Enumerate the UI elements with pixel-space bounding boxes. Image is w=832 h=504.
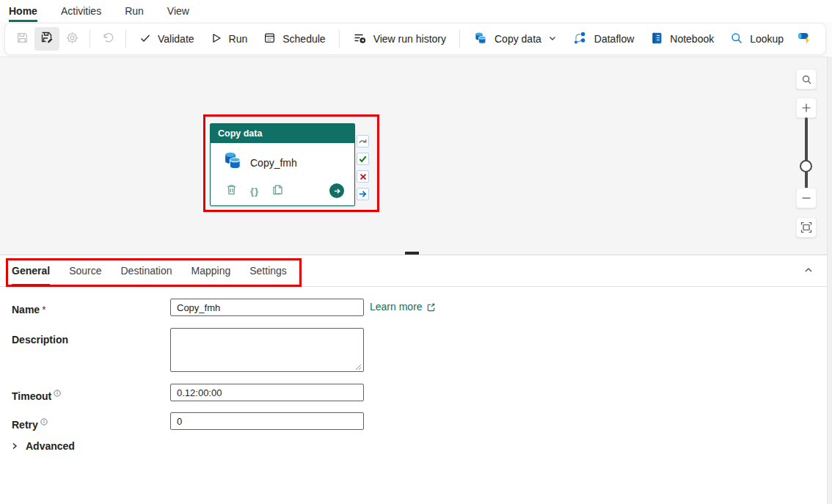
chevron-up-icon bbox=[803, 265, 814, 275]
canvas-search-button[interactable] bbox=[796, 69, 817, 90]
menu-tab-run[interactable]: Run bbox=[125, 0, 144, 22]
chevron-down-icon bbox=[548, 33, 557, 45]
name-label: Name* bbox=[12, 304, 46, 315]
checkmark-icon bbox=[139, 32, 151, 46]
schedule-button[interactable]: Schedule bbox=[255, 27, 333, 51]
save-edit-icon bbox=[40, 31, 54, 47]
completion-arrow-icon bbox=[358, 189, 368, 199]
name-label-text: Name bbox=[12, 304, 40, 315]
chevron-right-icon bbox=[10, 442, 19, 450]
lookup-icon bbox=[730, 32, 743, 47]
description-label: Description bbox=[12, 334, 68, 346]
learn-more-label: Learn more bbox=[370, 301, 423, 313]
calendar-icon bbox=[263, 32, 276, 46]
activity-card-actions: {} bbox=[225, 183, 344, 199]
copy-data-activity-card[interactable]: Copy data Copy_fmh {} bbox=[210, 123, 355, 206]
code-braces-icon[interactable]: {} bbox=[250, 186, 259, 197]
pipeline-canvas[interactable]: Copy data Copy_fmh {} bbox=[0, 56, 832, 255]
skip-arrow-icon bbox=[358, 136, 368, 146]
delete-activity-icon[interactable] bbox=[225, 183, 238, 199]
required-asterisk: * bbox=[42, 304, 45, 315]
menu-tab-home[interactable]: Home bbox=[9, 0, 37, 22]
save-button[interactable] bbox=[10, 27, 34, 51]
notebook-icon bbox=[650, 32, 663, 47]
description-input[interactable] bbox=[170, 328, 364, 372]
save-icon bbox=[16, 32, 29, 47]
info-icon bbox=[40, 416, 48, 428]
toolbar-separator bbox=[125, 30, 126, 48]
external-link-icon bbox=[426, 302, 436, 312]
settings-button[interactable] bbox=[59, 27, 84, 51]
undo-button[interactable] bbox=[95, 27, 120, 51]
properties-panel: General Source Destination Mapping Setti… bbox=[0, 255, 827, 504]
properties-tabs: General Source Destination Mapping Setti… bbox=[0, 255, 827, 287]
play-icon bbox=[211, 32, 222, 46]
fit-screen-icon bbox=[800, 222, 812, 233]
run-history-icon bbox=[353, 32, 367, 46]
on-completion-port[interactable] bbox=[357, 188, 369, 200]
zoom-slider-track[interactable] bbox=[805, 117, 808, 189]
retry-label: Retry bbox=[12, 416, 48, 431]
tab-destination[interactable]: Destination bbox=[121, 255, 172, 286]
activity-name: Copy_fmh bbox=[250, 157, 297, 169]
retry-label-text: Retry bbox=[12, 419, 38, 431]
toolbar-separator bbox=[459, 30, 460, 48]
zoom-slider-handle[interactable] bbox=[800, 160, 812, 172]
on-success-port[interactable] bbox=[357, 153, 369, 165]
notebook-button[interactable]: Notebook bbox=[642, 27, 722, 51]
menu-tab-activities[interactable]: Activities bbox=[61, 0, 101, 22]
dataflow-label: Dataflow bbox=[594, 33, 634, 45]
toolbar: Validate Run Schedule bbox=[4, 23, 826, 55]
lookup-label: Lookup bbox=[750, 33, 784, 45]
name-input[interactable] bbox=[170, 299, 364, 316]
search-icon bbox=[801, 74, 812, 85]
tab-source[interactable]: Source bbox=[69, 255, 101, 286]
success-check-icon bbox=[358, 154, 368, 164]
open-activity-arrow-icon[interactable] bbox=[329, 183, 344, 198]
copy-data-activity-button[interactable]: Copy data bbox=[465, 27, 565, 51]
save-as-button[interactable] bbox=[34, 27, 59, 51]
undo-icon bbox=[102, 32, 114, 47]
fit-to-screen-button[interactable] bbox=[796, 217, 817, 238]
timeout-input[interactable] bbox=[170, 384, 364, 401]
copy-data-label: Copy data bbox=[495, 33, 541, 45]
toolbar-separator bbox=[339, 30, 340, 48]
on-skip-port[interactable] bbox=[357, 135, 369, 147]
menu-tab-view[interactable]: View bbox=[167, 0, 189, 22]
learn-more-link[interactable]: Learn more bbox=[370, 301, 436, 313]
zoom-out-button[interactable] bbox=[796, 188, 817, 208]
collapse-panel-button[interactable] bbox=[803, 265, 814, 278]
toolbar-strip: Validate Run Schedule bbox=[0, 22, 832, 56]
toolbar-separator bbox=[90, 30, 90, 48]
dataflow-icon bbox=[573, 31, 588, 48]
validate-label: Validate bbox=[158, 33, 194, 45]
lookup-button[interactable]: Lookup bbox=[722, 27, 792, 51]
dataflow-button[interactable]: Dataflow bbox=[565, 27, 642, 51]
copy-data-icon bbox=[222, 150, 244, 175]
timeout-label-text: Timeout bbox=[12, 390, 51, 402]
run-label: Run bbox=[229, 33, 248, 45]
retry-input[interactable] bbox=[170, 412, 364, 430]
tab-general[interactable]: General bbox=[12, 255, 50, 286]
clone-activity-icon[interactable] bbox=[271, 183, 284, 199]
copy-data-icon bbox=[473, 31, 488, 48]
scrollbar-track[interactable] bbox=[827, 56, 832, 504]
invoke-pipeline-button[interactable] bbox=[792, 27, 817, 51]
validate-button[interactable]: Validate bbox=[131, 27, 202, 51]
gear-icon bbox=[66, 32, 79, 47]
advanced-expander[interactable]: Advanced bbox=[10, 440, 75, 452]
view-run-history-button[interactable]: View run history bbox=[345, 27, 454, 51]
on-fail-port[interactable] bbox=[357, 170, 369, 183]
view-run-history-label: View run history bbox=[373, 33, 446, 45]
activity-card-header: Copy data bbox=[211, 124, 354, 143]
tab-mapping[interactable]: Mapping bbox=[191, 255, 231, 286]
zoom-in-button[interactable] bbox=[796, 98, 817, 118]
menubar: Home Activities Run View bbox=[0, 0, 832, 22]
schedule-label: Schedule bbox=[282, 33, 325, 45]
plus-icon bbox=[800, 102, 812, 114]
notebook-label: Notebook bbox=[670, 33, 714, 45]
activity-type-label: Copy data bbox=[218, 128, 262, 139]
advanced-label: Advanced bbox=[26, 440, 75, 452]
tab-settings[interactable]: Settings bbox=[249, 255, 287, 286]
run-button[interactable]: Run bbox=[202, 27, 256, 51]
